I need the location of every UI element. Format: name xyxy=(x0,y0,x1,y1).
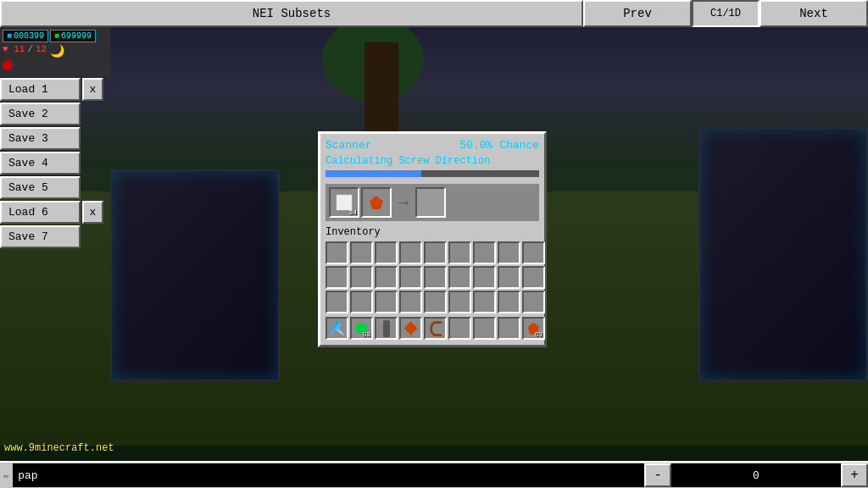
craft-output-slot[interactable] xyxy=(415,187,446,218)
inv-slot-2-8[interactable] xyxy=(522,291,545,313)
hotbar-slot-5[interactable] xyxy=(448,317,471,340)
progress-fill xyxy=(326,170,421,177)
status-icons-row xyxy=(3,60,108,70)
hotbar-slot-0[interactable] xyxy=(326,317,348,340)
left-sidebar: Load 1 x Save 2 Save 3 Save 4 Save 5 Loa… xyxy=(0,76,110,250)
load1-button[interactable]: Load 1 xyxy=(0,78,81,101)
sidebar-item-load1: Load 1 x xyxy=(0,78,110,101)
inv-slot-2-0[interactable] xyxy=(326,291,348,313)
scanner-chance: 50.0% Chance xyxy=(459,139,539,152)
inventory-grid xyxy=(326,241,539,313)
prev-button[interactable]: Prev xyxy=(583,0,692,27)
load6-button[interactable]: Load 6 xyxy=(0,201,81,224)
resource-display-area: ■ 000399 ■ 699999 ♥ 11 / 12 🌙 xyxy=(0,27,110,76)
scanner-title: Scanner xyxy=(326,139,372,152)
craft-input-slot[interactable]: 34 xyxy=(329,187,359,218)
inv-slot-1-8[interactable] xyxy=(522,266,545,289)
craft-input-count: 34 xyxy=(348,208,357,216)
item-icon-2 xyxy=(370,196,383,209)
save3-button[interactable]: Save 3 xyxy=(0,127,81,150)
sidebar-item-save7: Save 7 xyxy=(0,225,110,248)
inv-slot-2-7[interactable] xyxy=(498,291,520,313)
red-status-icon xyxy=(3,60,13,70)
bottom-bar: ✏ - 0 + xyxy=(0,461,868,488)
inv-slot-0-8[interactable] xyxy=(522,241,545,264)
stick-icon xyxy=(383,320,390,337)
save2-button[interactable]: Save 2 xyxy=(0,103,81,125)
hotbar-slot-3[interactable] xyxy=(399,317,422,340)
hotbar8-count: 63 xyxy=(534,330,542,338)
nei-subsets-button[interactable]: NEI Subsets xyxy=(0,0,583,27)
sidebar-item-save2: Save 2 xyxy=(0,103,110,125)
inventory-label: Inventory xyxy=(326,226,539,238)
craft-arrow: → xyxy=(398,193,409,213)
green-resource-box: ■ 699999 xyxy=(50,30,96,42)
number-display: 0 xyxy=(671,463,841,487)
inv-slot-0-5[interactable] xyxy=(448,241,471,264)
blue-resource-value: 000399 xyxy=(14,31,44,41)
inv-slot-1-5[interactable] xyxy=(448,266,471,289)
hotbar-slot-1[interactable]: 53 xyxy=(350,317,373,340)
scanner-header: Scanner 50.0% Chance xyxy=(326,139,539,152)
progress-bar xyxy=(326,170,539,177)
machine-left xyxy=(110,169,280,381)
feather-icon xyxy=(404,322,418,336)
hotbar-slot-8[interactable]: 63 xyxy=(522,317,545,340)
inv-slot-2-6[interactable] xyxy=(473,291,496,313)
inv-slot-2-3[interactable] xyxy=(399,291,422,313)
inv-slot-0-4[interactable] xyxy=(424,241,447,264)
inv-slot-2-1[interactable] xyxy=(350,291,373,313)
inv-slot-1-4[interactable] xyxy=(424,266,447,289)
inv-slot-2-5[interactable] xyxy=(448,291,471,313)
sword-icon xyxy=(330,321,345,336)
chat-icon: ✏ xyxy=(3,469,9,482)
inv-slot-1-1[interactable] xyxy=(350,266,373,289)
page-indicator: C1/1D xyxy=(692,0,760,27)
inv-slot-2-4[interactable] xyxy=(424,291,447,313)
save5-button[interactable]: Save 5 xyxy=(0,176,81,199)
sidebar-item-save5: Save 5 xyxy=(0,176,110,199)
minus-button[interactable]: - xyxy=(644,463,671,487)
hotbar-slot-6[interactable] xyxy=(473,317,496,340)
save7-button[interactable]: Save 7 xyxy=(0,225,81,248)
top-bar: NEI Subsets Prev C1/1D Next xyxy=(0,0,868,27)
sidebar-item-save3: Save 3 xyxy=(0,127,110,150)
plus-button[interactable]: + xyxy=(841,463,868,487)
hotbar-grid: 53 63 xyxy=(326,317,539,340)
inv-slot-0-3[interactable] xyxy=(399,241,422,264)
watermark: www.9minecraft.net xyxy=(4,442,114,454)
save4-button[interactable]: Save 4 xyxy=(0,152,81,175)
bow-icon xyxy=(430,321,442,336)
inv-slot-0-7[interactable] xyxy=(498,241,520,264)
inv-slot-1-7[interactable] xyxy=(498,266,520,289)
green-resource-value: 699999 xyxy=(61,31,92,41)
health-row: ♥ 11 / 12 🌙 xyxy=(3,44,108,58)
load1-x-button[interactable]: x xyxy=(82,78,103,101)
next-button[interactable]: Next xyxy=(760,0,868,27)
craft-input-slot-2[interactable] xyxy=(361,187,392,218)
crafting-area: 34 → xyxy=(326,184,539,221)
sidebar-item-save4: Save 4 xyxy=(0,152,110,175)
machine-right xyxy=(698,127,868,381)
blue-resource-box: ■ 000399 xyxy=(3,30,48,42)
hotbar-slot-2[interactable] xyxy=(375,317,398,340)
hotbar-slot-7[interactable] xyxy=(498,317,520,340)
inv-slot-1-3[interactable] xyxy=(399,266,422,289)
gem-count: 53 xyxy=(362,330,370,338)
scanner-dialog: Scanner 50.0% Chance Calculating Screw D… xyxy=(318,131,547,347)
inv-slot-1-6[interactable] xyxy=(473,266,496,289)
inv-slot-0-2[interactable] xyxy=(375,241,398,264)
inv-slot-0-0[interactable] xyxy=(326,241,348,264)
hotbar-slot-4[interactable] xyxy=(424,317,447,340)
load6-x-button[interactable]: x xyxy=(82,201,103,224)
sidebar-item-load6: Load 6 x xyxy=(0,201,110,224)
inv-slot-0-1[interactable] xyxy=(350,241,373,264)
resource-row-blue: ■ 000399 ■ 699999 xyxy=(3,30,108,42)
scanner-status: Calculating Screw Direction xyxy=(326,155,539,167)
inv-slot-1-0[interactable] xyxy=(326,266,348,289)
chat-input[interactable] xyxy=(13,463,644,487)
inv-slot-2-2[interactable] xyxy=(375,291,398,313)
inv-slot-0-6[interactable] xyxy=(473,241,496,264)
inv-slot-1-2[interactable] xyxy=(375,266,398,289)
